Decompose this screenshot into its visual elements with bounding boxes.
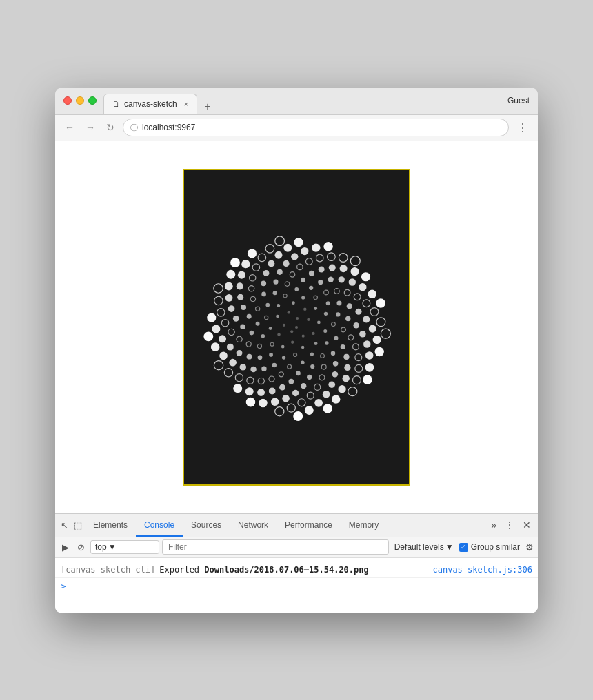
new-tab-button[interactable]: +	[200, 99, 214, 114]
log-source: [canvas-sketch-cli]	[61, 564, 155, 576]
group-similar-checkbox[interactable]	[459, 543, 468, 552]
levels-arrow: ▼	[445, 542, 454, 552]
devtools-tabs: ↖ ⬚ Elements Console Sources Network Per…	[55, 514, 538, 537]
tab-performance-label: Performance	[285, 520, 332, 530]
guest-label: Guest	[507, 96, 530, 105]
levels-label: Default levels	[394, 542, 444, 552]
security-icon: ⓘ	[130, 123, 138, 133]
log-file-link[interactable]: canvas-sketch.js:306	[433, 564, 533, 576]
tab-title: canvas-sketch	[124, 99, 177, 109]
device-mode-button[interactable]: ⬚	[71, 519, 85, 532]
block-button[interactable]: ⊘	[74, 541, 88, 554]
inspect-element-button[interactable]: ↖	[58, 519, 71, 532]
group-similar-control: Group similar	[459, 542, 520, 552]
clear-console-button[interactable]: ▶	[59, 541, 72, 554]
console-output: [canvas-sketch-cli] Exported Downloads/2…	[55, 558, 538, 613]
tab-console-label: Console	[144, 520, 174, 530]
tab-network-label: Network	[238, 520, 268, 530]
device-icon: ⬚	[74, 520, 82, 531]
console-log-entry: [canvas-sketch-cli] Exported Downloads/2…	[55, 562, 538, 579]
tab-console[interactable]: Console	[136, 514, 183, 537]
log-filename: Downloads/2018.07.06–15.54.20.png	[204, 565, 368, 575]
devtools-close-button[interactable]: ✕	[519, 519, 535, 531]
browser-menu-button[interactable]: ⋮	[514, 120, 531, 136]
context-arrow: ▼	[108, 542, 117, 552]
tab-area: 🗋 canvas-sketch × +	[103, 88, 507, 114]
reload-button[interactable]: ↻	[103, 121, 117, 134]
minimize-button[interactable]	[76, 96, 84, 105]
devtools-panel: ↖ ⬚ Elements Console Sources Network Per…	[55, 513, 538, 613]
tab-memory-label: Memory	[349, 520, 379, 530]
console-toolbar: ▶ ⊘ top ▼ Default levels ▼ Group similar…	[55, 537, 538, 558]
levels-selector[interactable]: Default levels ▼	[392, 541, 456, 553]
traffic-lights	[63, 96, 97, 105]
page-content	[55, 141, 538, 513]
log-message: Exported Downloads/2018.07.06–15.54.20.p…	[159, 564, 368, 576]
group-similar-label: Group similar	[471, 542, 520, 552]
context-value: top	[95, 542, 107, 552]
console-settings-button[interactable]: ⚙	[525, 542, 534, 553]
tab-close-button[interactable]: ×	[184, 100, 188, 108]
forward-button[interactable]: →	[83, 121, 98, 134]
tab-elements[interactable]: Elements	[85, 514, 136, 537]
play-icon: ▶	[62, 542, 69, 553]
title-bar: 🗋 canvas-sketch × + Guest	[55, 88, 538, 115]
console-prompt: >	[55, 578, 538, 594]
more-tabs-button[interactable]: »	[487, 519, 501, 531]
canvas-container	[183, 169, 410, 486]
tab-sources[interactable]: Sources	[183, 514, 230, 537]
prompt-arrow-icon: >	[61, 581, 66, 591]
cursor-icon: ↖	[61, 520, 68, 531]
address-bar: ← → ↻ ⓘ localhost:9967 ⋮	[55, 115, 538, 141]
tab-network[interactable]: Network	[230, 514, 277, 537]
url-text: localhost:9967	[142, 123, 195, 132]
block-icon: ⊘	[77, 542, 85, 553]
browser-tab[interactable]: 🗋 canvas-sketch ×	[103, 94, 197, 114]
tab-memory[interactable]: Memory	[341, 514, 387, 537]
context-selector[interactable]: top ▼	[90, 540, 159, 554]
tab-page-icon: 🗋	[112, 100, 120, 108]
close-button[interactable]	[63, 96, 72, 105]
tab-sources-label: Sources	[191, 520, 221, 530]
tab-performance[interactable]: Performance	[277, 514, 341, 537]
sketch-canvas	[186, 172, 407, 482]
back-button[interactable]: ←	[62, 121, 77, 134]
console-filter-input[interactable]	[162, 539, 389, 555]
url-bar[interactable]: ⓘ localhost:9967	[123, 119, 509, 136]
maximize-button[interactable]	[88, 96, 97, 105]
browser-window: 🗋 canvas-sketch × + Guest ← → ↻ ⓘ localh…	[55, 88, 538, 613]
devtools-menu-button[interactable]: ⋮	[501, 519, 519, 531]
tab-elements-label: Elements	[93, 520, 128, 530]
log-text-exported: Exported	[159, 565, 199, 575]
